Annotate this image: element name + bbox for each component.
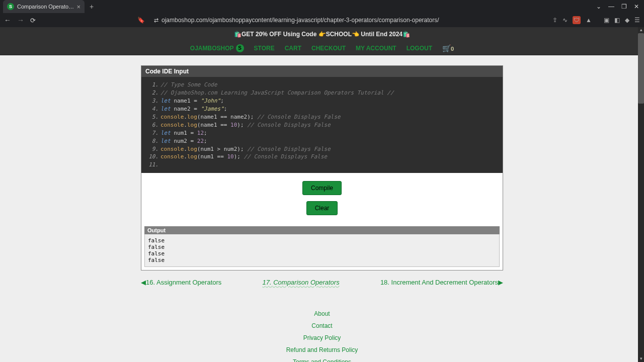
browser-toolbar: ← → ⟳ 🔖 ⇄ ojamboshop.com/ojamboshoppayco…	[0, 13, 644, 27]
window-controls: ⌄ — ❐ ✕	[596, 3, 644, 10]
scrollbar[interactable]: ▴ ▾	[638, 27, 644, 362]
output-line: false	[148, 257, 496, 263]
browser-tab[interactable]: S Comparison Operators - O ×	[3, 0, 85, 13]
footer-link[interactable]: Refund and Returns Policy	[141, 346, 503, 353]
output-wrap: Output falsefalsefalsefalse	[141, 223, 503, 270]
browser-titlebar: S Comparison Operators - O × + ⌄ — ❐ ✕	[0, 0, 644, 13]
code-line: 6.console.log(name1 == 10); // Console D…	[146, 121, 498, 129]
cart-icon: 🛒	[442, 44, 451, 52]
tab-favicon: S	[7, 3, 14, 10]
close-icon[interactable]: ×	[76, 3, 80, 11]
main-content: Code IDE Input 1.// Type Some Code2.// O…	[141, 65, 503, 362]
url-text: ojamboshop.com/ojamboshoppaycontent/lear…	[162, 17, 439, 24]
output-header: Output	[144, 226, 500, 234]
pagination: ◀16. Assignment Operators 17. Comparison…	[141, 279, 503, 286]
code-line: 7.let num1 = 12;	[146, 129, 498, 137]
code-line: 3.let name1 = "John";	[146, 97, 498, 105]
reload-button[interactable]: ⟳	[30, 17, 36, 24]
output-line: false	[148, 237, 496, 244]
footer-link[interactable]: About	[141, 310, 503, 317]
site-nav: OJAMBOSHOP S STORE CART CHECKOUT MY ACCO…	[0, 41, 644, 55]
bookmark-icon[interactable]: 🔖	[137, 17, 145, 24]
ide-box: Code IDE Input 1.// Type Some Code2.// O…	[141, 65, 503, 270]
code-line: 8.let num2 = 22;	[146, 137, 498, 145]
code-line: 1.// Type Some Code	[146, 81, 498, 89]
nav-cart[interactable]: CART	[285, 45, 301, 52]
scroll-down-arrow[interactable]: ▾	[638, 356, 644, 362]
prev-page-link[interactable]: ◀16. Assignment Operators	[141, 279, 221, 286]
output-line: false	[148, 250, 496, 257]
scroll-thumb[interactable]	[638, 33, 644, 104]
new-tab-button[interactable]: +	[90, 3, 94, 11]
nav-cart-icon[interactable]: 🛒0	[442, 44, 454, 52]
close-window-icon[interactable]: ✕	[634, 3, 639, 10]
footer-links: AboutContactPrivacy PolicyRefund and Ret…	[141, 310, 503, 362]
address-bar[interactable]: 🔖 ⇄ ojamboshop.com/ojamboshoppaycontent/…	[137, 17, 546, 24]
warning-icon[interactable]: ▲	[586, 17, 592, 24]
nav-checkout[interactable]: CHECKOUT	[311, 45, 346, 52]
ide-header: Code IDE Input	[141, 66, 503, 77]
back-button[interactable]: ←	[4, 16, 11, 24]
scroll-up-arrow[interactable]: ▴	[638, 27, 644, 33]
code-line: 2.// OjamboShop.com Learning JavaScript …	[146, 89, 498, 97]
sidebar-icon[interactable]: ◧	[614, 17, 620, 24]
shield-icon[interactable]: 🛡	[573, 16, 581, 24]
code-line: 4.let name2 = "James";	[146, 105, 498, 113]
nav-logout[interactable]: LOGOUT	[407, 45, 432, 52]
minimize-icon[interactable]: —	[608, 3, 614, 10]
toolbar-icons: ⇪ ∿ 🛡 ▲ ▣ ◧ ◆ ☰	[552, 16, 640, 24]
cart-count: 0	[451, 46, 454, 52]
chevron-down-icon[interactable]: ⌄	[596, 3, 601, 10]
promo-banner: 🛍️GET 20% OFF Using Code 👉SCHOOL👈 Until …	[0, 27, 644, 41]
output-line: false	[148, 244, 496, 250]
panel-icon[interactable]: ▣	[604, 17, 609, 24]
code-line: 11.	[146, 161, 498, 169]
brand-badge: S	[236, 44, 244, 52]
footer-link[interactable]: Privacy Policy	[141, 334, 503, 341]
page-viewport: 🛍️GET 20% OFF Using Code 👉SCHOOL👈 Until …	[0, 27, 644, 362]
compile-button[interactable]: Compile	[302, 181, 342, 195]
code-line: 5.console.log(name1 == name2); // Consol…	[146, 113, 498, 121]
nav-store[interactable]: STORE	[254, 45, 275, 52]
code-line: 10.console.log(num1 == 10); // Console D…	[146, 153, 498, 161]
brand-link[interactable]: OJAMBOSHOP S	[190, 44, 244, 52]
lock-icon[interactable]: ⇄	[154, 17, 158, 24]
code-editor[interactable]: 1.// Type Some Code2.// OjamboShop.com L…	[141, 77, 503, 173]
rss-icon[interactable]: ∿	[562, 17, 568, 24]
footer-link[interactable]: Terms and Conditions	[141, 358, 503, 362]
share-icon[interactable]: ⇪	[552, 17, 557, 24]
clear-button[interactable]: Clear	[306, 201, 338, 215]
tab-title: Comparison Operators - O	[17, 4, 74, 10]
next-page-link[interactable]: 18. Increment And Decrement Operators▶	[380, 279, 503, 286]
menu-icon[interactable]: ☰	[634, 17, 640, 24]
current-page: 17. Comparison Operators	[263, 279, 340, 286]
output-body: falsefalsefalsefalse	[144, 234, 500, 267]
extensions-icon[interactable]: ◆	[625, 17, 629, 24]
brand-text: OJAMBOSHOP	[190, 45, 234, 52]
footer-link[interactable]: Contact	[141, 322, 503, 329]
button-area: Compile Clear	[141, 173, 503, 223]
maximize-icon[interactable]: ❐	[621, 3, 627, 10]
nav-account[interactable]: MY ACCOUNT	[356, 45, 396, 52]
forward-button[interactable]: →	[17, 16, 24, 24]
code-line: 9.console.log(num1 > num2); // Console D…	[146, 145, 498, 153]
